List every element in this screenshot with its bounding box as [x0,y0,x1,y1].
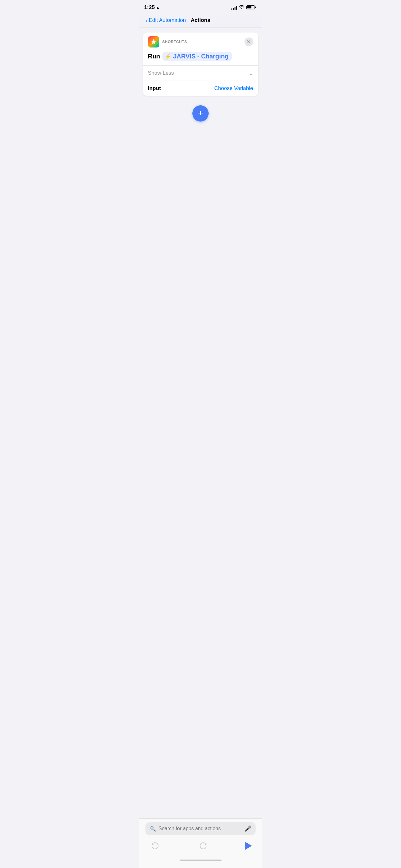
add-action-button[interactable]: + [192,105,209,122]
input-row: Input Choose Variable [143,81,258,96]
status-bar: 1:25 ▲ [139,0,262,15]
back-button[interactable]: ‹ Edit Automation [145,17,186,24]
run-label: Run [148,53,160,60]
show-less-label: Show Less [148,70,174,76]
card-header: SHORTCUTS ✕ [143,32,258,51]
wifi-icon [239,5,244,10]
location-icon: ▲ [156,5,160,10]
input-label: Input [148,85,161,92]
back-label: Edit Automation [149,17,186,24]
close-icon: ✕ [247,39,251,44]
shortcut-name: JARVIS - Charging [173,53,228,60]
shortcut-pill[interactable]: ⚡ JARVIS - Charging [162,52,231,61]
choose-variable-button[interactable]: Choose Variable [214,85,253,92]
time-display: 1:25 [144,4,155,11]
status-icons [231,5,256,10]
close-button[interactable]: ✕ [244,37,253,46]
card-source-label: SHORTCUTS [162,40,187,44]
shortcut-emoji: ⚡ [164,54,171,59]
show-less-row[interactable]: Show Less ⌄ [143,66,258,81]
nav-bar: ‹ Edit Automation Actions [139,15,262,28]
chevron-down-icon: ⌄ [248,70,253,76]
signal-bars [231,5,237,10]
card-header-left: SHORTCUTS [148,36,187,48]
action-card: SHORTCUTS ✕ Run ⚡ JARVIS - Charging Show… [143,32,258,96]
shortcuts-app-icon [148,36,159,48]
main-content: SHORTCUTS ✕ Run ⚡ JARVIS - Charging Show… [139,28,262,195]
back-chevron-icon: ‹ [145,17,148,24]
battery-icon [246,5,256,9]
run-row: Run ⚡ JARVIS - Charging [143,51,258,65]
status-time: 1:25 ▲ [144,4,160,11]
plus-icon: + [198,109,203,118]
page-title: Actions [191,17,210,24]
add-button-container: + [143,102,258,128]
